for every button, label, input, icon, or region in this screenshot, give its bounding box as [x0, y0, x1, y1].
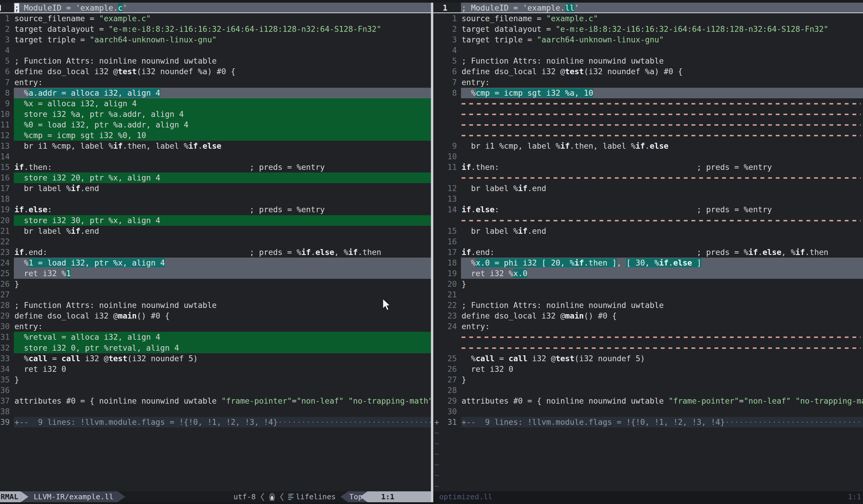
code-line[interactable]: 11if.then: ; preds = %entry	[433, 162, 863, 172]
code-line[interactable]: 13	[433, 194, 863, 204]
code-line[interactable]: 19 ret i32 %x.0	[433, 268, 863, 279]
editor-pane-left[interactable]: ; ModuleID = 'example.c'1source_filename…	[0, 3, 431, 491]
filler-line[interactable]	[433, 109, 863, 119]
code-line[interactable]: 6define dso_local i32 @test(i32 noundef …	[0, 66, 431, 77]
code-line[interactable]: 16	[433, 236, 863, 247]
code-line[interactable]: 4	[0, 45, 431, 56]
code-token: store i32 20, ptr %x, align 4	[14, 173, 160, 182]
code-line[interactable]: 28	[433, 385, 863, 396]
eob-tilde[interactable]: ~	[433, 459, 863, 470]
fold-line[interactable]: +31+-- 9 lines: !llvm.module.flags = !{!…	[433, 417, 863, 427]
empty-line[interactable]	[0, 470, 431, 480]
filler-line[interactable]	[433, 130, 863, 141]
code-line[interactable]: 12 %cmp = icmp sgt i32 %0, 10	[0, 130, 431, 141]
code-line[interactable]: 22	[0, 236, 431, 247]
code-line[interactable]: 3target triple = "aarch64-unknown-linux-…	[433, 35, 863, 45]
eob-tilde[interactable]: ~	[433, 449, 863, 459]
code-line[interactable]: 7entry:	[0, 77, 431, 88]
code-line[interactable]: 29define dso_local i32 @main() #0 {	[0, 311, 431, 321]
code-line[interactable]: 28; Function Attrs: noinline nounwind uw…	[0, 300, 431, 311]
code-line[interactable]: 19if.else: ; preds = %entry	[0, 204, 431, 215]
eob-tilde[interactable]: ~	[433, 481, 863, 491]
window-divider[interactable]	[431, 3, 433, 502]
empty-line[interactable]	[0, 438, 431, 449]
code-line[interactable]: 8 %cmp = icmp sgt i32 %a, 10	[433, 88, 863, 98]
code-line[interactable]: 1source_filename = "example.c"	[0, 13, 431, 24]
empty-line[interactable]	[0, 481, 431, 491]
code-line[interactable]: 26 ret i32 0	[433, 364, 863, 374]
filler-line[interactable]	[433, 98, 863, 109]
code-line[interactable]: 32 store i32 0, ptr %retval, align 4	[0, 343, 431, 353]
code-line[interactable]: 5; Function Attrs: noinline nounwind uwt…	[433, 56, 863, 66]
eob-tilde[interactable]: ~	[433, 427, 863, 438]
code-line[interactable]: 24 %1 = load i32, ptr %x, align 4	[0, 258, 431, 268]
code-line[interactable]: 37attributes #0 = { noinline nounwind uw…	[0, 396, 431, 406]
empty-line[interactable]	[0, 459, 431, 470]
code-line[interactable]: 1; ModuleID = 'example.ll'	[433, 3, 863, 13]
code-line[interactable]: ; ModuleID = 'example.c'	[0, 3, 431, 13]
filler-line[interactable]	[433, 215, 863, 226]
empty-line[interactable]	[0, 427, 431, 438]
code-line[interactable]: 5; Function Attrs: noinline nounwind uwt…	[0, 56, 431, 66]
code-line[interactable]: 11 %0 = load i32, ptr %a.addr, align 4	[0, 119, 431, 130]
code-line[interactable]: 36	[0, 385, 431, 396]
code-line[interactable]: 10	[433, 151, 863, 162]
code-line[interactable]: 26}	[0, 279, 431, 289]
editor-pane-right[interactable]: 1; ModuleID = 'example.ll'1source_filena…	[433, 3, 863, 491]
fold-line[interactable]: 39+-- 9 lines: !llvm.module.flags = !{!0…	[0, 417, 431, 427]
code-line[interactable]: 3target triple = "aarch64-unknown-linux-…	[0, 35, 431, 45]
command-line[interactable]	[0, 502, 863, 504]
code-line[interactable]: 30	[433, 406, 863, 417]
code-line[interactable]: 27}	[433, 374, 863, 385]
eob-tilde[interactable]: ~	[433, 438, 863, 449]
code-line[interactable]: 24entry:	[433, 321, 863, 332]
code-line[interactable]: 2target datalayout = "e-m:e-i8:8:32-i16:…	[433, 24, 863, 35]
filler-line[interactable]	[433, 119, 863, 130]
code-line[interactable]: 18 %x.0 = phi i32 [ 20, %if.then ], [ 30…	[433, 258, 863, 268]
code-line[interactable]: 9 br i1 %cmp, label %if.then, label %if.…	[433, 141, 863, 151]
code-token: +-- 9 lines: !llvm.module.flags = !{!0, …	[14, 417, 278, 427]
code-line[interactable]: 23if.end: ; preds = %if.else, %if.then	[0, 247, 431, 258]
code-line[interactable]: 22; Function Attrs: noinline nounwind uw…	[433, 300, 863, 311]
code-line[interactable]: 2target datalayout = "e-m:e-i8:8:32-i16:…	[0, 24, 431, 35]
code-line[interactable]: 25 %call = call i32 @test(i32 noundef 5)	[433, 353, 863, 364]
code-line[interactable]: 13 br i1 %cmp, label %if.then, label %if…	[0, 141, 431, 151]
filler-line[interactable]	[433, 332, 863, 343]
code-line[interactable]: 4	[433, 45, 863, 56]
code-line[interactable]: 14	[0, 151, 431, 162]
code-line[interactable]: 27	[0, 289, 431, 300]
filler-line[interactable]	[433, 343, 863, 353]
code-line[interactable]: 21	[433, 289, 863, 300]
code-line[interactable]: 18	[0, 194, 431, 204]
code-line[interactable]: 15 br label %if.end	[433, 226, 863, 236]
code-line[interactable]: 20}	[433, 279, 863, 289]
code-line[interactable]: 23define dso_local i32 @main() #0 {	[433, 311, 863, 321]
code-line[interactable]: 31 %retval = alloca i32, align 4	[0, 332, 431, 343]
code-line[interactable]: 25 ret i32 %1	[0, 268, 431, 279]
code-line[interactable]: 21 br label %if.end	[0, 226, 431, 236]
code-line[interactable]: 16 store i32 20, ptr %x, align 4	[0, 172, 431, 183]
code-line[interactable]: 15if.then: ; preds = %entry	[0, 162, 431, 172]
code-line[interactable]: 9 %x = alloca i32, align 4	[0, 98, 431, 109]
code-line[interactable]: 35}	[0, 374, 431, 385]
code-text: define dso_local i32 @main() #0 {	[14, 311, 170, 321]
code-line[interactable]: 20 store i32 30, ptr %x, align 4	[0, 215, 431, 226]
filler-line[interactable]	[433, 172, 863, 183]
code-line[interactable]: 17 br label %if.end	[0, 183, 431, 194]
code-line[interactable]: 7entry:	[433, 77, 863, 88]
code-line[interactable]: 33 %call = call i32 @test(i32 noundef 5)	[0, 353, 431, 364]
code-line[interactable]: 29attributes #0 = { noinline nounwind uw…	[433, 396, 863, 406]
code-line[interactable]: 30entry:	[0, 321, 431, 332]
empty-line[interactable]	[0, 449, 431, 459]
code-line[interactable]: 38	[0, 406, 431, 417]
code-line[interactable]: 14if.else: ; preds = %entry	[433, 204, 863, 215]
eob-tilde[interactable]: ~	[433, 470, 863, 480]
code-line[interactable]: 10 store i32 %a, ptr %a.addr, align 4	[0, 109, 431, 119]
code-line[interactable]: 12 br label %if.end	[433, 183, 863, 194]
code-line[interactable]: 6define dso_local i32 @test(i32 noundef …	[433, 66, 863, 77]
code-line[interactable]: 1source_filename = "example.c"	[433, 13, 863, 24]
code-line[interactable]: 17if.end: ; preds = %if.else, %if.then	[433, 247, 863, 258]
line-number: 23	[438, 311, 457, 321]
code-line[interactable]: 34 ret i32 0	[0, 364, 431, 374]
code-line[interactable]: 8 %a.addr = alloca i32, align 4	[0, 88, 431, 98]
